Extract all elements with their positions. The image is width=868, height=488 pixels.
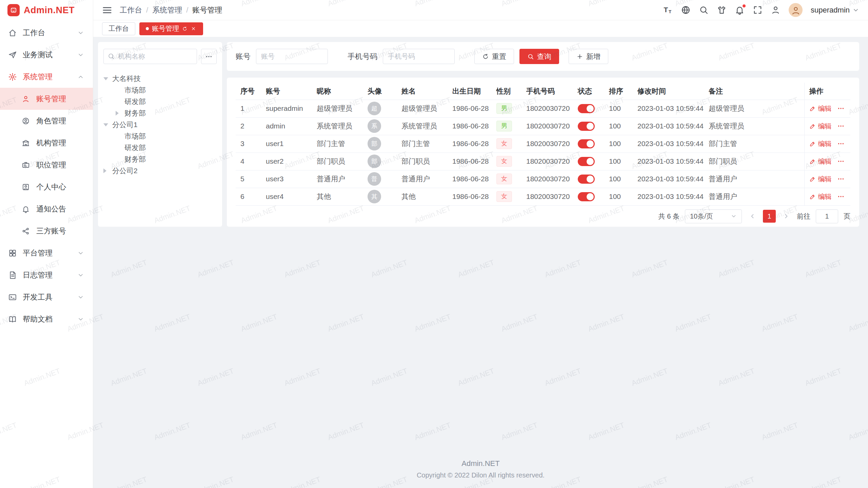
- active-tab-dot: [146, 27, 149, 30]
- logo[interactable]: Admin.NET: [0, 0, 93, 20]
- main-area: 工作台 / 系统管理 / 账号管理 TT superadmin: [93, 0, 868, 488]
- user-menu[interactable]: superadmin: [811, 6, 859, 15]
- search-icon[interactable]: [699, 5, 709, 15]
- cell-avatar: 其: [363, 188, 397, 205]
- account-filter-input[interactable]: [256, 49, 328, 64]
- chevron-left-icon: [749, 213, 756, 220]
- caret-right-icon[interactable]: [103, 168, 112, 173]
- edit-button[interactable]: 编辑: [809, 122, 832, 131]
- tree-node[interactable]: 财务部: [103, 154, 217, 165]
- tree-node[interactable]: 分公司1: [103, 119, 217, 130]
- more-actions-button[interactable]: [837, 122, 845, 130]
- tab-account-manage[interactable]: 账号管理: [139, 22, 203, 35]
- status-toggle[interactable]: [578, 157, 595, 166]
- sidebar-item-role-manage[interactable]: 角色管理: [0, 110, 93, 132]
- sidebar-item-third-account[interactable]: 三方账号: [0, 220, 93, 242]
- cell-remark: 部门职员: [704, 152, 804, 170]
- tree-node[interactable]: 财务部: [103, 107, 217, 119]
- sidebar-item-label: 通知公告: [36, 204, 85, 214]
- status-toggle[interactable]: [578, 104, 595, 113]
- sidebar-item-personal-center[interactable]: 个人中心: [0, 176, 93, 198]
- collapse-menu-icon[interactable]: [102, 5, 112, 15]
- page-size-select[interactable]: 10条/页: [685, 209, 742, 223]
- sidebar-item-log-manage[interactable]: 日志管理: [0, 264, 93, 286]
- tab-workbench[interactable]: 工作台: [102, 22, 135, 35]
- breadcrumb-item[interactable]: 系统管理: [152, 5, 182, 15]
- sidebar-item-position-manage[interactable]: 职位管理: [0, 154, 93, 176]
- next-page-button[interactable]: [781, 210, 791, 223]
- cell-modified: 2023-01-03 10:59:44: [633, 188, 704, 205]
- sidebar-item-help-docs[interactable]: 帮助文档: [0, 308, 93, 330]
- cell-status: [573, 188, 604, 205]
- cell-birth: 1986-06-28: [448, 170, 492, 188]
- status-toggle[interactable]: [578, 192, 595, 201]
- sidebar-item-label: 工作台: [23, 28, 77, 38]
- cell-birth: 1986-06-28: [448, 152, 492, 170]
- caret-down-icon[interactable]: [103, 123, 112, 126]
- tree-node[interactable]: 研发部: [103, 96, 217, 107]
- sidebar-item-workbench[interactable]: 工作台: [0, 22, 93, 44]
- more-actions-button[interactable]: [837, 105, 845, 112]
- tree-node-label: 市场部: [124, 85, 146, 95]
- sidebar-item-account-manage[interactable]: 账号管理: [0, 88, 93, 110]
- tab-refresh-icon[interactable]: [182, 26, 188, 32]
- breadcrumb-item[interactable]: 工作台: [120, 5, 142, 15]
- prev-page-button[interactable]: [747, 210, 757, 223]
- sidebar-item-platform-manage[interactable]: 平台管理: [0, 242, 93, 264]
- sidebar-item-biz-test[interactable]: 业务测试: [0, 44, 93, 66]
- reset-button[interactable]: 重置: [474, 49, 514, 64]
- edit-button[interactable]: 编辑: [809, 157, 832, 166]
- more-actions-button[interactable]: [837, 193, 845, 200]
- tree-node[interactable]: 市场部: [103, 130, 217, 142]
- tree-node[interactable]: 市场部: [103, 84, 217, 96]
- tree-node[interactable]: 大名科技: [103, 73, 217, 84]
- sidebar-item-dev-tools[interactable]: 开发工具: [0, 286, 93, 308]
- breadcrumb-separator: /: [146, 6, 148, 15]
- fullscreen-icon[interactable]: [753, 5, 763, 15]
- phone-filter-input[interactable]: [383, 49, 455, 64]
- tree-node-label: 市场部: [124, 131, 146, 141]
- page-size-value: 10条/页: [690, 212, 713, 221]
- search-button[interactable]: 查询: [519, 49, 559, 64]
- font-size-icon[interactable]: TT: [663, 5, 673, 15]
- sidebar-item-system-manage[interactable]: 系统管理: [0, 66, 93, 88]
- notification-bell-icon[interactable]: [735, 5, 745, 15]
- user-icon[interactable]: [771, 5, 781, 15]
- edit-button[interactable]: 编辑: [809, 104, 832, 113]
- sidebar-item-label: 机构管理: [36, 138, 85, 148]
- page-footer: Admin.NET Copyright © 2022 Dilon All rig…: [93, 453, 868, 488]
- more-actions-button[interactable]: [837, 158, 845, 165]
- tree-more-button[interactable]: [201, 49, 217, 64]
- avatar[interactable]: [789, 3, 803, 17]
- tab-close-icon[interactable]: [191, 26, 197, 32]
- more-actions-button[interactable]: [837, 140, 845, 147]
- globe-icon[interactable]: [681, 5, 691, 15]
- theme-icon[interactable]: [717, 5, 727, 15]
- status-toggle[interactable]: [578, 122, 595, 131]
- current-page-button[interactable]: 1: [763, 210, 776, 223]
- edit-button[interactable]: 编辑: [809, 175, 832, 184]
- status-toggle[interactable]: [578, 139, 595, 148]
- sidebar-item-notice[interactable]: 通知公告: [0, 198, 93, 220]
- cell-name: 其他: [397, 188, 448, 205]
- column-header: 头像: [363, 83, 397, 100]
- pagination: 共 6 条 10条/页 1 前往: [236, 206, 850, 227]
- sidebar-item-label: 账号管理: [36, 94, 85, 104]
- caret-down-icon[interactable]: [103, 77, 112, 80]
- status-toggle[interactable]: [578, 175, 595, 184]
- org-tree: 大名科技市场部研发部财务部分公司1市场部研发部财务部分公司2: [103, 73, 217, 177]
- more-actions-button[interactable]: [837, 175, 845, 183]
- cell-avatar: 超: [363, 100, 397, 117]
- cell-gender: 男: [492, 117, 521, 135]
- phone-filter-label: 手机号码: [348, 52, 377, 62]
- goto-page-input[interactable]: [816, 209, 838, 223]
- edit-button[interactable]: 编辑: [809, 192, 832, 201]
- tree-node[interactable]: 分公司2: [103, 165, 217, 177]
- caret-right-icon[interactable]: [116, 111, 124, 116]
- chevron-down-icon: [77, 316, 85, 323]
- sidebar-item-org-manage[interactable]: 机构管理: [0, 132, 93, 154]
- add-button[interactable]: 新增: [569, 49, 608, 64]
- org-name-search-input[interactable]: [103, 49, 197, 64]
- tree-node[interactable]: 研发部: [103, 142, 217, 154]
- edit-button[interactable]: 编辑: [809, 139, 832, 148]
